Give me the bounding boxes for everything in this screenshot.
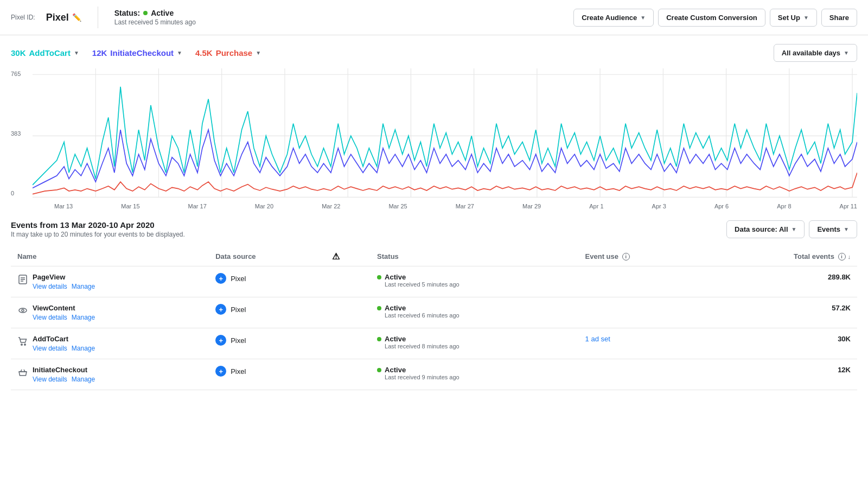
y-label-bottom: 0	[11, 190, 30, 196]
col-datasource: Data source	[209, 247, 326, 266]
status-value: Active	[385, 366, 459, 374]
view-details-link[interactable]: View details	[33, 345, 67, 352]
status-cell: Active Last received 5 minutes ago	[377, 273, 572, 288]
x-label: Mar 22	[322, 203, 340, 209]
legend-item-initiatecheckout[interactable]: 12K InitiateCheckout ▼	[92, 48, 182, 58]
events-filter-button[interactable]: Events ▼	[809, 220, 857, 238]
share-button[interactable]: Share	[821, 9, 857, 27]
date-filter-button[interactable]: All available days ▼	[774, 44, 857, 62]
manage-link[interactable]: Manage	[72, 376, 95, 383]
datasource-label: Pixel	[231, 306, 246, 314]
info-icon: i	[622, 253, 630, 260]
event-cell: InitiateCheckout View details Manage	[17, 366, 202, 383]
event-use-cell	[579, 359, 705, 390]
set-up-button[interactable]: Set Up ▼	[770, 9, 817, 27]
event-name: InitiateCheckout	[33, 366, 95, 374]
table-row: ViewContent View details Manage + Pixel …	[11, 297, 857, 328]
datasource-cell: + Pixel	[215, 304, 319, 315]
x-label: Mar 13	[54, 203, 73, 209]
status-dot	[377, 337, 381, 341]
datasource-label: Pixel	[231, 336, 246, 345]
pixel-title-text: Pixel	[46, 12, 69, 23]
events-table: Name Data source ⚠ Status Event use i To…	[11, 247, 857, 390]
datasource-filter-button[interactable]: Data source: All ▼	[726, 220, 805, 238]
view-details-link[interactable]: View details	[33, 376, 67, 383]
datasource-cell: + Pixel	[215, 366, 319, 377]
view-details-link[interactable]: View details	[33, 314, 67, 321]
status-value: Active	[385, 304, 459, 312]
header-actions: Create Audience ▼ Create Custom Conversi…	[573, 9, 857, 27]
event-cell: ViewContent View details Manage	[17, 304, 202, 321]
create-custom-conversion-button[interactable]: Create Custom Conversion	[658, 9, 765, 27]
total-events-cell: 12K	[704, 359, 857, 390]
status-cell: Active Last received 9 minutes ago	[377, 366, 572, 380]
datasource-plus-icon: +	[215, 273, 226, 284]
x-label: Apr 1	[589, 203, 603, 209]
sort-icon[interactable]: ↓	[848, 253, 851, 260]
event-icon	[17, 305, 28, 317]
x-label: Mar 15	[121, 203, 139, 209]
status-sub: Last received 5 minutes ago	[114, 18, 196, 26]
status-dot	[143, 11, 148, 15]
status-sub: Last received 5 minutes ago	[385, 281, 459, 288]
events-filters: Data source: All ▼ Events ▼	[726, 220, 857, 238]
manage-link[interactable]: Manage	[72, 345, 95, 352]
datasource-plus-icon: +	[215, 366, 226, 377]
chart-y-labels: 765 383 0	[11, 68, 30, 209]
event-icon	[17, 367, 28, 379]
event-actions: View details Manage	[33, 376, 95, 383]
edit-icon[interactable]: ✏️	[72, 13, 81, 22]
status-sub: Last received 9 minutes ago	[385, 374, 459, 380]
chevron-down-icon: ▼	[177, 50, 182, 56]
warning-cell	[326, 297, 371, 328]
chevron-down-icon: ▼	[792, 226, 797, 232]
event-use-cell	[579, 266, 705, 297]
event-use-cell	[579, 297, 705, 328]
manage-link[interactable]: Manage	[72, 314, 95, 321]
x-label: Apr 8	[777, 203, 791, 209]
legend-item-purchase[interactable]: 4.5K Purchase ▼	[195, 48, 261, 58]
datasource-label: Pixel	[231, 275, 246, 283]
view-details-link[interactable]: View details	[33, 283, 67, 290]
ad-set-link[interactable]: 1 ad set	[585, 335, 610, 343]
status-dot	[377, 275, 381, 279]
event-cell: PageView View details Manage	[17, 273, 202, 290]
warning-cell	[326, 328, 371, 359]
y-label-mid: 383	[11, 130, 30, 137]
pixel-id-label: Pixel ID:	[11, 14, 35, 21]
chevron-down-icon: ▼	[74, 50, 79, 56]
col-status: Status	[371, 247, 579, 266]
events-subtitle: It may take up to 20 minutes for your ev…	[11, 231, 185, 238]
status-value: Active	[385, 335, 459, 343]
chart-wrapper: 765 383 0	[11, 68, 857, 209]
event-actions: View details Manage	[33, 345, 95, 352]
purchase-label: Purchase	[216, 48, 253, 58]
create-audience-button[interactable]: Create Audience ▼	[573, 9, 654, 27]
x-label: Apr 11	[840, 203, 857, 209]
table-row: AddToCart View details Manage + Pixel Ac…	[11, 328, 857, 359]
event-cell: AddToCart View details Manage	[17, 335, 202, 352]
x-label: Mar 29	[522, 203, 541, 209]
event-actions: View details Manage	[33, 314, 95, 321]
event-icon	[17, 274, 28, 287]
x-label: Mar 17	[188, 203, 207, 209]
svg-point-22	[21, 344, 22, 345]
warning-cell	[326, 359, 371, 390]
legend-item-addtocart[interactable]: 30K AddToCart ▼	[11, 48, 79, 58]
events-section: Events from 13 Mar 2020-10 Apr 2020 It m…	[0, 209, 868, 390]
header-divider	[98, 7, 98, 28]
table-row: InitiateCheckout View details Manage + P…	[11, 359, 857, 390]
events-title-block: Events from 13 Mar 2020-10 Apr 2020 It m…	[11, 220, 185, 238]
chevron-down-icon: ▼	[803, 15, 809, 21]
y-label-top: 765	[11, 71, 30, 77]
x-label: Apr 6	[714, 203, 729, 209]
status-cell: Active Last received 6 minutes ago	[377, 304, 572, 319]
status-dot	[377, 368, 381, 372]
total-events-cell: 289.8K	[704, 266, 857, 297]
events-header: Events from 13 Mar 2020-10 Apr 2020 It m…	[11, 220, 857, 238]
manage-link[interactable]: Manage	[72, 283, 95, 290]
status-sub: Last received 6 minutes ago	[385, 312, 459, 319]
status-section: Status: Active Last received 5 minutes a…	[114, 9, 196, 26]
svg-point-23	[24, 344, 25, 345]
chart-area: Mar 13 Mar 15 Mar 17 Mar 20 Mar 22 Mar 2…	[33, 68, 857, 209]
